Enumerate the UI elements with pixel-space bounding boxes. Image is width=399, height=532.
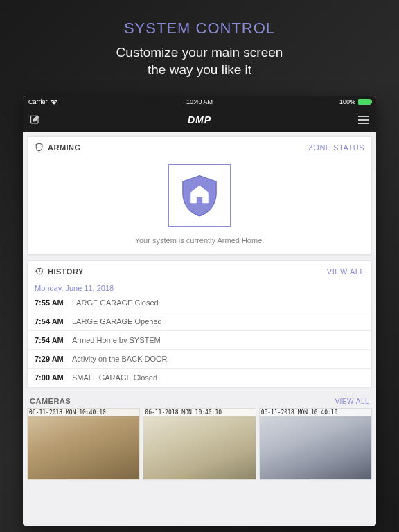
subtitle-line1: Customize your main screen	[116, 45, 283, 60]
main-content: ARMING ZONE STATUS Your system is curren…	[23, 132, 376, 484]
arming-header-label: ARMING	[48, 143, 81, 152]
history-time: 7:54 AM	[35, 317, 72, 326]
history-card: HISTORY VIEW ALL Monday, June 11, 2018 7…	[27, 260, 372, 387]
camera-thumbnail[interactable]: 06-11-2018 MON 10:40:10	[143, 408, 256, 480]
history-item[interactable]: 7:54 AM Armed Home by SYSTEM	[28, 330, 371, 349]
arming-card: ARMING ZONE STATUS Your system is curren…	[27, 136, 372, 255]
camera-timestamp: 06-11-2018 MON 10:40:10	[28, 409, 139, 416]
zone-status-link[interactable]: ZONE STATUS	[308, 143, 364, 152]
history-text: Armed Home by SYSTEM	[72, 336, 161, 344]
menu-icon[interactable]	[358, 116, 369, 124]
camera-row: 06-11-2018 MON 10:40:10 06-11-2018 MON 1…	[27, 408, 372, 480]
history-time: 7:55 AM	[35, 299, 72, 307]
arming-status-text: Your system is currently Armed Home.	[28, 232, 371, 254]
history-time: 7:00 AM	[35, 373, 72, 382]
shield-small-icon	[35, 143, 44, 152]
battery-icon	[358, 99, 371, 105]
subtitle-line2: the way you like it	[148, 62, 251, 77]
history-list: 7:55 AM LARGE GARAGE Closed 7:54 AM LARG…	[28, 294, 371, 387]
marketing-title: SYSTEM CONTROL	[0, 0, 399, 37]
status-bar: Carrier 10:40 AM 100%	[23, 96, 376, 107]
history-item[interactable]: 7:54 AM LARGE GARAGE Opened	[28, 312, 371, 330]
camera-thumbnail[interactable]: 06-11-2018 MON 10:40:10	[27, 408, 140, 480]
camera-thumbnail[interactable]: 06-11-2018 MON 10:40:10	[259, 408, 372, 480]
history-time: 7:29 AM	[35, 355, 72, 363]
history-text: Activity on the BACK DOOR	[72, 355, 168, 363]
device-frame: Carrier 10:40 AM 100% DMP ARMING ZONE ST…	[23, 96, 376, 526]
camera-timestamp: 06-11-2018 MON 10:40:10	[143, 409, 255, 416]
history-text: LARGE GARAGE Closed	[72, 299, 159, 307]
wifi-icon	[51, 99, 57, 105]
camera-timestamp: 06-11-2018 MON 10:40:10	[260, 409, 371, 416]
history-item[interactable]: 7:55 AM LARGE GARAGE Closed	[28, 294, 371, 312]
nav-bar: DMP	[23, 107, 376, 132]
carrier-label: Carrier	[28, 98, 48, 105]
edit-icon[interactable]	[30, 114, 41, 125]
cameras-view-all-link[interactable]: VIEW ALL	[335, 398, 369, 405]
history-text: LARGE GARAGE Opened	[72, 317, 162, 326]
battery-percent: 100%	[339, 98, 355, 105]
history-date: Monday, June 11, 2018	[28, 281, 371, 294]
history-time: 7:54 AM	[35, 336, 72, 344]
shield-home-icon	[176, 172, 223, 219]
history-header-label: HISTORY	[48, 267, 84, 276]
marketing-subtitle: Customize your main screen the way you l…	[0, 44, 399, 78]
cameras-header: CAMERAS VIEW ALL	[27, 393, 372, 408]
app-logo: DMP	[188, 114, 211, 125]
arming-shield-button[interactable]	[168, 164, 231, 227]
history-view-all-link[interactable]: VIEW ALL	[327, 267, 364, 276]
history-text: SMALL GARAGE Closed	[72, 373, 157, 382]
history-icon	[35, 267, 44, 276]
cameras-header-label: CAMERAS	[30, 397, 71, 405]
history-item[interactable]: 7:00 AM SMALL GARAGE Closed	[28, 368, 371, 387]
history-item[interactable]: 7:29 AM Activity on the BACK DOOR	[28, 349, 371, 368]
status-time: 10:40 AM	[143, 98, 257, 105]
